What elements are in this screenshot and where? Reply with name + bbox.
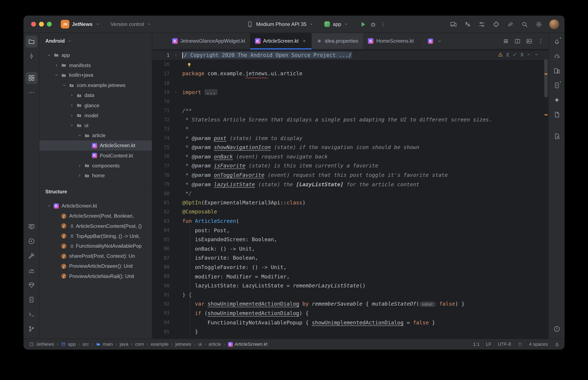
code-line-94[interactable]: 94 FunctionalityNotAvailablePopup { show… [152,318,549,327]
project-name-menu[interactable]: JetNews [72,21,93,27]
structure-item-ArticleScreen-Post-Boolean-[interactable]: fArticleScreen(Post, Boolean, [39,211,152,221]
terminal-icon[interactable] [25,308,37,320]
code-line-74[interactable]: 74 * @param post (state) item to display [152,133,549,143]
expand-chevron-icon[interactable] [46,53,52,57]
expand-chevron-icon[interactable] [61,83,67,88]
build-icon[interactable] [25,250,37,262]
project-item-ui[interactable]: ui [39,120,152,131]
code-line-16[interactable]: 16 [152,60,549,69]
code-line-1[interactable]: 1/ Copyright 2020 The Android Open Sourc… [152,51,549,60]
expand-chevron-icon[interactable] [54,63,60,68]
structure-item-FunctionalityNotAvailablePop[interactable]: fFunctionalityNotAvailablePop [39,241,152,251]
code-line-86[interactable]: 86 onBack: () -> Unit, [152,244,549,253]
code-line-18[interactable]: 18 [152,78,549,87]
indent-setting[interactable]: 4 spaces [529,342,548,347]
project-item-data[interactable]: data [39,90,152,100]
expand-chevron-icon[interactable] [46,204,52,209]
ai-assist-icon[interactable] [464,20,471,28]
code-line-81[interactable]: 81@OptIn(ExperimentalMaterial3Api::class… [152,198,549,207]
code-line-93[interactable]: 93 if (showUnimplementedActionDialog) { [152,308,549,318]
code-line-75[interactable]: 75 * @param showNavigationIcon (state) i… [152,143,549,152]
gemini-icon[interactable] [551,94,563,106]
intention-bulb-icon[interactable] [186,61,192,68]
expand-chevron-icon[interactable] [77,133,82,138]
fold-marker-icon[interactable] [169,53,182,57]
expand-chevron-icon[interactable] [69,103,75,108]
line-ending[interactable]: LF [486,342,491,347]
breadcrumb-app[interactable]: app [61,342,76,347]
breadcrumb-example[interactable]: example [151,342,169,347]
prev-problem-icon[interactable] [526,52,531,57]
debug-button[interactable] [369,20,377,28]
code-line-77[interactable]: 77 * @param isFavorite (state) is this i… [152,161,549,170]
structure-item-TopAppBar-String-Unit-[interactable]: fTopAppBar(String, () -> Unit, [39,231,152,241]
project-item-manifests[interactable]: manifests [39,60,152,70]
expand-chevron-icon[interactable] [77,163,82,168]
running-devices-icon[interactable] [551,79,563,91]
caret-position[interactable]: 1:1 [473,342,480,347]
inspections-widget[interactable]: 2 3 [498,52,539,57]
structure-item-PreviewArticleNavRail-Unit[interactable]: fPreviewArticleNavRail(): Unit [39,271,152,281]
next-problem-icon[interactable] [534,52,539,57]
preview-icon[interactable] [526,38,532,44]
breadcrumb-java[interactable]: java [120,342,128,347]
breadcrumb-src[interactable]: src [83,342,89,347]
running-devices-icon[interactable] [25,294,37,305]
editor-more-icon[interactable] [537,38,544,44]
expand-chevron-icon[interactable] [54,73,60,78]
version-control-menu[interactable]: Version control [110,21,144,27]
problems-icon[interactable] [551,323,563,335]
code-line-85[interactable]: 85 isExpandedScreen: Boolean, [152,235,549,244]
breadcrumb-ui[interactable]: ui [198,342,202,347]
close-window-button[interactable] [31,22,36,27]
split-editor-icon[interactable] [514,38,521,44]
search-icon[interactable] [521,20,528,28]
code-line-78[interactable]: 78 * @param onToggleFavorite (event) req… [152,170,549,180]
hidden-tabs-chevron-icon[interactable] [437,38,442,44]
tab-ArticleScreen.kt[interactable]: KArticleScreen.kt [250,33,312,49]
code-line-95[interactable]: 95 } [152,327,549,336]
structure-item-ArticleScreen.kt[interactable]: KArticleScreen.kt [39,201,152,211]
device-selector[interactable]: Medium Phone API 35 [256,21,306,27]
code-line-80[interactable]: 80 */ [152,189,549,198]
expand-chevron-icon[interactable] [77,173,82,178]
project-item-app[interactable]: app [39,50,152,60]
version-control-icon[interactable] [25,323,37,335]
editor-list-icon[interactable] [502,38,509,44]
project-item-home[interactable]: home [39,171,152,181]
expand-chevron-icon[interactable] [69,113,75,118]
code-line-70[interactable]: 70 [152,96,549,106]
selection-mode-icon[interactable] [517,342,523,347]
code-line-76[interactable]: 76 * @param onBack (event) request navig… [152,152,549,161]
project-view-selector[interactable]: Android [39,33,152,49]
code-line-72[interactable]: 72 * Stateless Article Screen that displ… [152,115,549,124]
commit-icon[interactable] [25,50,37,62]
profiler-icon[interactable] [25,265,37,276]
structure-item-sharePost-Post-Context-Un[interactable]: fsharePost(Post, Context): Un [39,251,152,261]
project-item-glance[interactable]: glance [39,100,152,110]
breadcrumb-main[interactable]: main [96,342,113,347]
expand-chevron-icon[interactable] [69,93,75,98]
breadcrumb-ArticleScreen.kt[interactable]: KArticleScreen.kt [228,342,267,347]
code-line-88[interactable]: 88 onToggleFavorite: () -> Unit, [152,263,549,272]
hidden-tab-kotlin-icon[interactable]: K [428,38,433,44]
device-manager-icon[interactable] [551,65,563,77]
project-item-PostContent.kt[interactable]: KPostContent.kt [39,151,152,161]
project-item-components[interactable]: components [39,161,152,171]
gradle-icon[interactable] [551,50,563,62]
code-line-79[interactable]: 79 * @param lazyListState (state) the [L… [152,180,549,189]
device-mirror-icon[interactable] [450,20,457,28]
scrollbar-thumb[interactable] [544,59,548,97]
sync-link-icon[interactable] [507,20,514,28]
project-item-model[interactable]: model [39,110,152,120]
breadcrumb-JetNews[interactable]: JetNews [29,342,54,347]
structure-item-ArticleScreenContent-Post-[interactable]: fArticleScreenContent(Post, () [39,221,152,231]
expand-chevron-icon[interactable] [69,123,75,128]
write-access-icon[interactable] [554,341,560,347]
project-item-com.example.jetnews[interactable]: com.example.jetnews [39,80,152,90]
breadcrumb-com[interactable]: com [135,342,144,347]
code-line-82[interactable]: 82@Composable [152,207,549,216]
zoom-window-button[interactable] [47,22,52,27]
minimize-window-button[interactable] [39,22,44,27]
project-item-kotlin+java[interactable]: kotlin+java [39,70,152,80]
